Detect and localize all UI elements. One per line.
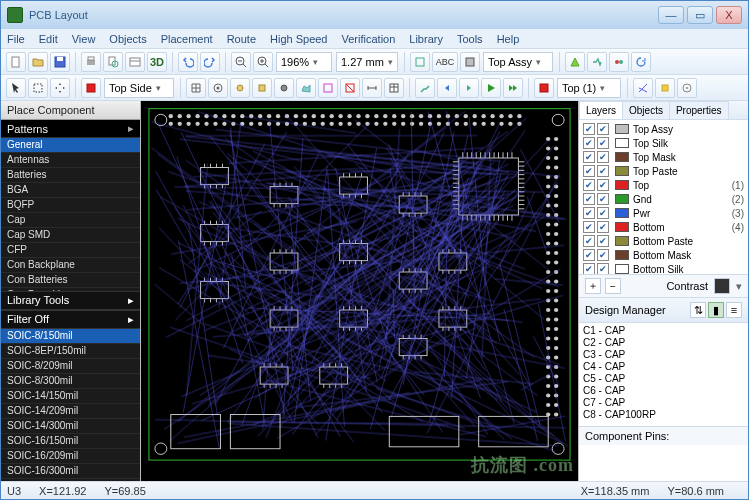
add-layer-icon[interactable]: ＋: [585, 278, 601, 294]
layer-visible-check[interactable]: ✔: [583, 193, 595, 205]
layer-lock-check[interactable]: ✔: [597, 207, 609, 219]
layer-color-swatch[interactable]: [615, 250, 629, 260]
dm-item[interactable]: C2 - CAP: [583, 337, 744, 349]
menu-objects[interactable]: Objects: [109, 33, 146, 45]
pattern-item[interactable]: SOIC-14/209mil: [1, 404, 140, 419]
layer-lock-check[interactable]: ✔: [597, 193, 609, 205]
pointer-icon[interactable]: [6, 78, 26, 98]
pattern-item[interactable]: SOIC-14/300mil: [1, 419, 140, 434]
layer-visible-check[interactable]: ✔: [583, 207, 595, 219]
layer-visible-check[interactable]: ✔: [583, 249, 595, 261]
menu-placement[interactable]: Placement: [161, 33, 213, 45]
redo-icon[interactable]: [200, 52, 220, 72]
dm-item[interactable]: C3 - CAP: [583, 349, 744, 361]
step-fwd-icon[interactable]: [459, 78, 479, 98]
layer-row[interactable]: ✔✔Pwr(3): [581, 206, 746, 220]
step-back-icon[interactable]: [437, 78, 457, 98]
table-icon[interactable]: [384, 78, 404, 98]
layer-tool-icon[interactable]: [410, 52, 430, 72]
layer-visible-check[interactable]: ✔: [583, 235, 595, 247]
layer-color-swatch[interactable]: [615, 236, 629, 246]
poly-icon[interactable]: [296, 78, 316, 98]
layer-lock-check[interactable]: ✔: [597, 221, 609, 233]
dimension-icon[interactable]: [362, 78, 382, 98]
layer-color-swatch[interactable]: [615, 166, 629, 176]
print-icon[interactable]: [81, 52, 101, 72]
category-item[interactable]: BQFP: [1, 198, 140, 213]
layer-visible-check[interactable]: ✔: [583, 165, 595, 177]
category-item[interactable]: Cap: [1, 213, 140, 228]
layer-color-swatch[interactable]: [615, 138, 629, 148]
dm-item[interactable]: C7 - CAP: [583, 397, 744, 409]
refresh-icon[interactable]: [631, 52, 651, 72]
menu-edit[interactable]: Edit: [39, 33, 58, 45]
category-general[interactable]: General: [1, 138, 140, 153]
pan-icon[interactable]: [50, 78, 70, 98]
play-icon[interactable]: [481, 78, 501, 98]
library-tools-section[interactable]: Library Tools▸: [1, 291, 140, 310]
category-item[interactable]: Con Batteries: [1, 273, 140, 288]
category-item[interactable]: BGA: [1, 183, 140, 198]
pad-rect-icon[interactable]: [252, 78, 272, 98]
top-layer-swatch-icon[interactable]: [534, 78, 554, 98]
undo-icon[interactable]: [178, 52, 198, 72]
layer-lock-check[interactable]: ✔: [597, 249, 609, 261]
ratsnest-icon[interactable]: [633, 78, 653, 98]
pattern-item[interactable]: SOIC-16/150mil: [1, 434, 140, 449]
tab-properties[interactable]: Properties: [669, 101, 729, 119]
misc-tool-icon[interactable]: [677, 78, 697, 98]
via-icon[interactable]: [230, 78, 250, 98]
pcb-canvas[interactable]: 抗流图 .com: [141, 101, 578, 481]
layer-color-swatch[interactable]: [615, 208, 629, 218]
drc-icon[interactable]: [565, 52, 585, 72]
marquee-icon[interactable]: [28, 78, 48, 98]
pattern-item[interactable]: SOIC-16/300mil: [1, 464, 140, 479]
dm-sort-icon[interactable]: ⇅: [690, 302, 706, 318]
remove-layer-icon[interactable]: −: [605, 278, 621, 294]
close-button[interactable]: X: [716, 6, 742, 24]
menu-route[interactable]: Route: [227, 33, 256, 45]
grid-snap-icon[interactable]: [186, 78, 206, 98]
layer-visible-check[interactable]: ✔: [583, 179, 595, 191]
layer-lock-check[interactable]: ✔: [597, 123, 609, 135]
menu-tools[interactable]: Tools: [457, 33, 483, 45]
hole-icon[interactable]: [274, 78, 294, 98]
layer-lock-check[interactable]: ✔: [597, 235, 609, 247]
layer-row[interactable]: ✔✔Bottom Paste: [581, 234, 746, 248]
dm-item[interactable]: C1 - CAP: [583, 325, 744, 337]
layer-visible-check[interactable]: ✔: [583, 151, 595, 163]
layer-swatch-icon[interactable]: [460, 52, 480, 72]
zoom-combo[interactable]: 196%: [276, 52, 332, 72]
dm-item[interactable]: C8 - CAP100RP: [583, 409, 744, 421]
menu-file[interactable]: File: [7, 33, 25, 45]
layer-row[interactable]: ✔✔Top Assy: [581, 122, 746, 136]
maximize-button[interactable]: ▭: [687, 6, 713, 24]
layer-visible-check[interactable]: ✔: [583, 137, 595, 149]
menu-view[interactable]: View: [72, 33, 96, 45]
route-check-icon[interactable]: [587, 52, 607, 72]
layer-lock-check[interactable]: ✔: [597, 137, 609, 149]
layer-lock-check[interactable]: ✔: [597, 165, 609, 177]
category-item[interactable]: Con Backplane: [1, 258, 140, 273]
open-icon[interactable]: [28, 52, 48, 72]
dm-net-icon[interactable]: ≡: [726, 302, 742, 318]
dm-item[interactable]: C6 - CAP: [583, 385, 744, 397]
layer-lock-check[interactable]: ✔: [597, 263, 609, 275]
pattern-item[interactable]: SOIC-14/150mil: [1, 389, 140, 404]
menu-library[interactable]: Library: [409, 33, 443, 45]
layer-color-swatch[interactable]: [615, 180, 629, 190]
menu-highspeed[interactable]: High Speed: [270, 33, 328, 45]
layer-lock-check[interactable]: ✔: [597, 151, 609, 163]
zoom-in-icon[interactable]: [253, 52, 273, 72]
layer-row[interactable]: ✔✔Top Paste: [581, 164, 746, 178]
layer-row[interactable]: ✔✔Top Mask: [581, 150, 746, 164]
pattern-item[interactable]: SOIC-8/300mil: [1, 374, 140, 389]
dm-item[interactable]: C4 - CAP: [583, 361, 744, 373]
preview-icon[interactable]: [103, 52, 123, 72]
side-swatch-icon[interactable]: [81, 78, 101, 98]
patterns-section[interactable]: Patterns▸: [1, 120, 140, 138]
filter-section[interactable]: Filter Off▸: [1, 310, 140, 329]
fastfwd-icon[interactable]: [503, 78, 523, 98]
pad-circle-icon[interactable]: [208, 78, 228, 98]
dm-item[interactable]: C5 - CAP: [583, 373, 744, 385]
